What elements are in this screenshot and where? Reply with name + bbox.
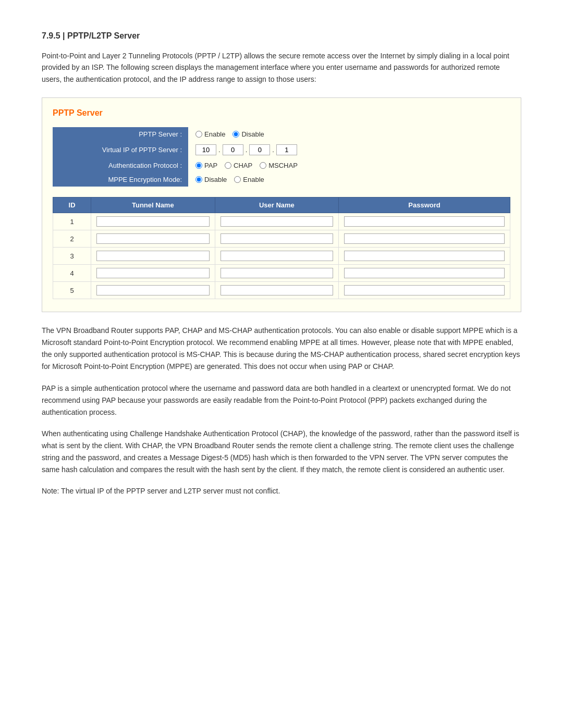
table-header-row: ID Tunnel Name User Name Password <box>53 198 510 213</box>
auth-protocol-row: Authentication Protocol : PAP CHAP <box>53 158 510 172</box>
pptp-server-radio-group: Enable Disable <box>195 130 503 138</box>
row-tunnel-1[interactable] <box>91 213 215 230</box>
username-input-1[interactable] <box>221 216 334 227</box>
virtual-ip-label: Virtual IP of PPTP Server : <box>53 141 188 158</box>
password-input-1[interactable] <box>344 216 505 227</box>
row-password-4[interactable] <box>339 265 510 282</box>
row-tunnel-3[interactable] <box>91 248 215 265</box>
pptp-panel-title: PPTP Server <box>53 108 510 118</box>
username-input-3[interactable] <box>221 251 334 261</box>
row-tunnel-2[interactable] <box>91 230 215 248</box>
chap-label[interactable]: CHAP <box>225 162 252 169</box>
body-paragraph-3: When authenticating using Challenge Hand… <box>42 428 521 476</box>
col-username-header: User Name <box>215 198 339 213</box>
table-row: 5 <box>53 282 510 299</box>
pptp-enable-label[interactable]: Enable <box>195 130 225 138</box>
mppe-row: MPPE Encryption Mode: Disable Enable <box>53 172 510 187</box>
note-paragraph: Note: The virtual IP of the PPTP server … <box>42 485 521 497</box>
row-password-2[interactable] <box>339 230 510 248</box>
virtual-ip-row: Virtual IP of PPTP Server : . . . <box>53 141 510 158</box>
chap-text: CHAP <box>234 162 252 169</box>
row-tunnel-5[interactable] <box>91 282 215 299</box>
col-tunnel-header: Tunnel Name <box>91 198 215 213</box>
mppe-disable-text: Disable <box>204 176 227 183</box>
row-username-4[interactable] <box>215 265 339 282</box>
tunnel-input-1[interactable] <box>96 216 210 227</box>
password-input-5[interactable] <box>344 285 505 295</box>
ip-octet4-input[interactable] <box>276 144 297 155</box>
username-input-2[interactable] <box>221 233 334 244</box>
mschap-text: MSCHAP <box>268 162 298 169</box>
auth-protocol-radio-group: PAP CHAP MSCHAP <box>195 162 503 169</box>
pap-label[interactable]: PAP <box>195 162 217 169</box>
user-table: ID Tunnel Name User Name Password 1 2 3 … <box>53 197 510 299</box>
tunnel-input-3[interactable] <box>96 251 210 261</box>
pptp-server-row: PPTP Server : Enable Disable <box>53 127 510 141</box>
mppe-disable-radio[interactable] <box>195 176 202 183</box>
row-username-5[interactable] <box>215 282 339 299</box>
username-input-5[interactable] <box>221 285 334 295</box>
row-username-1[interactable] <box>215 213 339 230</box>
auth-protocol-label: Authentication Protocol : <box>53 158 188 172</box>
row-id-3: 3 <box>53 248 91 265</box>
mppe-enable-radio[interactable] <box>234 176 241 183</box>
password-input-2[interactable] <box>344 233 505 244</box>
row-tunnel-4[interactable] <box>91 265 215 282</box>
mppe-disable-label[interactable]: Disable <box>195 176 227 183</box>
username-input-4[interactable] <box>221 268 334 278</box>
body-paragraph-2: PAP is a simple authentication protocol … <box>42 382 521 418</box>
table-row: 3 <box>53 248 510 265</box>
mppe-label: MPPE Encryption Mode: <box>53 172 188 187</box>
ip-octet3-input[interactable] <box>249 144 270 155</box>
table-row: 1 <box>53 213 510 230</box>
virtual-ip-group: . . . <box>195 144 503 155</box>
row-id-2: 2 <box>53 230 91 248</box>
pptp-enable-text: Enable <box>204 130 225 138</box>
row-password-3[interactable] <box>339 248 510 265</box>
pptp-panel: PPTP Server PPTP Server : Enable Disable <box>42 97 521 312</box>
pptp-disable-radio[interactable] <box>232 131 239 138</box>
mschap-radio[interactable] <box>260 162 266 169</box>
password-input-4[interactable] <box>344 268 505 278</box>
mppe-enable-text: Enable <box>243 176 264 183</box>
mschap-label[interactable]: MSCHAP <box>260 162 298 169</box>
pap-text: PAP <box>204 162 217 169</box>
row-username-3[interactable] <box>215 248 339 265</box>
mppe-options: Disable Enable <box>188 172 510 187</box>
row-id-4: 4 <box>53 265 91 282</box>
row-password-1[interactable] <box>339 213 510 230</box>
tunnel-input-5[interactable] <box>96 285 210 295</box>
pptp-server-options: Enable Disable <box>188 127 510 141</box>
col-password-header: Password <box>339 198 510 213</box>
tunnel-input-2[interactable] <box>96 233 210 244</box>
col-id-header: ID <box>53 198 91 213</box>
pptp-server-label: PPTP Server : <box>53 127 188 141</box>
virtual-ip-inputs: . . . <box>188 141 510 158</box>
row-username-2[interactable] <box>215 230 339 248</box>
pptp-enable-radio[interactable] <box>195 131 202 138</box>
pptp-disable-text: Disable <box>241 130 264 138</box>
ip-octet1-input[interactable] <box>195 144 216 155</box>
row-id-5: 5 <box>53 282 91 299</box>
intro-paragraph: Point-to-Point and Layer 2 Tunneling Pro… <box>42 50 521 85</box>
table-row: 4 <box>53 265 510 282</box>
row-password-5[interactable] <box>339 282 510 299</box>
ip-octet2-input[interactable] <box>223 144 243 155</box>
password-input-3[interactable] <box>344 251 505 261</box>
pptp-disable-label[interactable]: Disable <box>232 130 264 138</box>
chap-radio[interactable] <box>225 162 231 169</box>
mppe-enable-label[interactable]: Enable <box>234 176 264 183</box>
table-row: 2 <box>53 230 510 248</box>
auth-protocol-options: PAP CHAP MSCHAP <box>188 158 510 172</box>
row-id-1: 1 <box>53 213 91 230</box>
body-paragraph-1: The VPN Broadband Router supports PAP, C… <box>42 325 521 373</box>
tunnel-input-4[interactable] <box>96 268 210 278</box>
pap-radio[interactable] <box>195 162 202 169</box>
mppe-radio-group: Disable Enable <box>195 176 503 183</box>
pptp-form-table: PPTP Server : Enable Disable <box>53 127 510 187</box>
section-heading: 7.9.5 | PPTP/L2TP Server <box>42 31 521 41</box>
